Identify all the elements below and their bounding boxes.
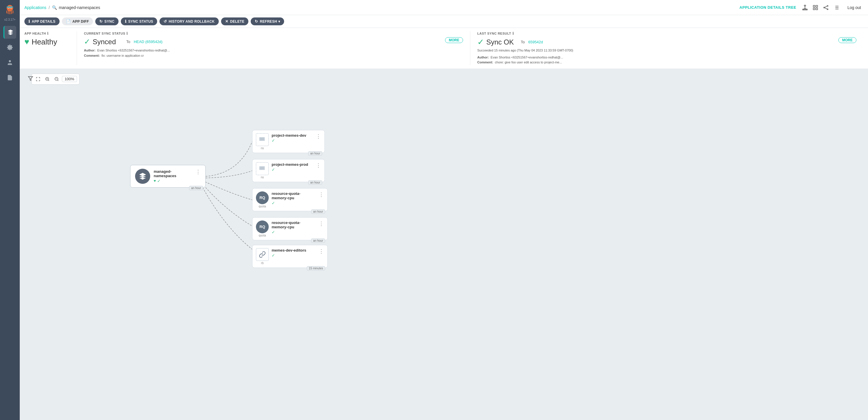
node-4-name: resource-quota-memory-cpu <box>272 221 316 229</box>
app-health-header: APP HEALTH ℹ <box>24 31 70 35</box>
current-sync-middle: ✓ Synced To HEAD (659542d) Author: Evan … <box>84 37 440 58</box>
svg-rect-12 <box>804 9 806 10</box>
node-rb-1: rb memes-dev-editors ✓ ⋮ 15 minutes <box>252 245 328 268</box>
svg-rect-17 <box>813 5 815 7</box>
node-project-memes-prod: ns project-memes-prod ✓ ⋮ an hour <box>252 159 325 182</box>
node-4-more[interactable]: ⋮ <box>319 221 324 227</box>
current-sync-status-row: ✓ Synced To HEAD (659542d) <box>84 37 440 46</box>
list-view-btn[interactable] <box>832 3 840 11</box>
app-details-button[interactable]: ℹ APP DETAILS <box>24 18 60 25</box>
grid-view-btn[interactable] <box>811 3 819 11</box>
sidebar-item-settings[interactable] <box>3 41 16 54</box>
last-sync-info-icon[interactable]: ℹ <box>513 31 514 35</box>
node-1-status: ✓ <box>272 138 313 143</box>
node-1-check: ✓ <box>272 138 275 143</box>
last-sync-details: Author: Evan Shortiss <63251567+evanshor… <box>477 55 834 65</box>
current-sync-comment: Comment: fix: username in application cr <box>84 53 440 58</box>
refresh-button[interactable]: ↻ REFRESH ▾ <box>251 18 284 25</box>
ns-icon-1 <box>256 133 269 146</box>
history-icon: ↺ <box>163 19 167 24</box>
graph-svg <box>20 69 868 420</box>
delete-button[interactable]: ✕ DELETE <box>221 18 248 25</box>
view-icons <box>801 3 840 11</box>
top-bar-right: APPLICATION DETAILS TREE <box>740 3 863 11</box>
node-2-more[interactable]: ⋮ <box>316 162 321 169</box>
last-sync-to-value[interactable]: 659542d <box>528 40 543 44</box>
node-view-btn[interactable] <box>822 3 830 11</box>
action-bar: ℹ APP DETAILS 📄 APP DIFF ↻ SYNC ℹ SYNC S… <box>20 15 868 28</box>
last-sync-comment: Comment: chore: give foo user edit acces… <box>477 60 834 65</box>
current-sync-section: CURRENT SYNC STATUS ℹ ✓ Synced To HEAD (… <box>77 31 470 65</box>
last-sync-more-btn[interactable]: MORE <box>838 37 857 43</box>
sidebar-item-docs[interactable] <box>3 71 16 84</box>
breadcrumb-applications-link[interactable]: Applications <box>24 5 46 10</box>
breadcrumb-separator: / <box>49 5 50 10</box>
app-diff-button[interactable]: 📄 APP DIFF <box>62 18 93 25</box>
sync-to-word: To <box>126 39 130 44</box>
sync-button[interactable]: ↻ SYNC <box>95 18 119 25</box>
node-project-memes-dev: ns project-memes-dev ✓ ⋮ an hour <box>252 130 325 153</box>
main-node: managed-namespaces ♥ ✓ ⋮ an hour <box>130 165 206 188</box>
svg-rect-10 <box>804 5 806 6</box>
app-health-section: APP HEALTH ℹ ♥ Healthy <box>24 31 77 65</box>
last-sync-status-text: Sync OK <box>486 38 514 46</box>
sync-info-icon[interactable]: ℹ <box>126 31 128 35</box>
history-button[interactable]: ↺ HISTORY AND ROLLBACK <box>159 18 218 25</box>
sync-to-value[interactable]: HEAD (659542d) <box>134 39 162 44</box>
sync-status-text: Synced <box>93 38 116 46</box>
sidebar-item-layers[interactable] <box>3 26 16 39</box>
main-node-icon <box>135 169 150 184</box>
breadcrumb-current: 🔍 managed-namespaces <box>52 5 100 10</box>
diff-icon: 📄 <box>66 19 70 24</box>
tree-view-btn[interactable] <box>801 3 809 11</box>
top-bar: Applications / 🔍 managed-namespaces APPL… <box>20 0 868 15</box>
last-sync-section: LAST SYNC RESULT ℹ ✓ Sync OK To 659542d … <box>470 31 863 65</box>
info-icon-2: ℹ <box>125 19 126 24</box>
sync-to-label <box>123 39 124 44</box>
main-node-heart: ♥ <box>154 178 156 183</box>
main-node-check: ✓ <box>157 178 161 183</box>
search-icon: 🔍 <box>52 5 57 10</box>
node-5-check: ✓ <box>272 253 275 258</box>
svg-point-23 <box>827 9 828 9</box>
svg-point-1 <box>7 5 13 11</box>
sidebar: v2.3.17+ <box>0 0 20 420</box>
app-details-title: APPLICATION DETAILS TREE <box>740 5 797 9</box>
current-sync-more-btn[interactable]: MORE <box>445 37 463 43</box>
node-rq-2: RQ quota resource-quota-memory-cpu ✓ ⋮ a… <box>252 217 328 240</box>
last-sync-to-word: To <box>521 40 525 44</box>
node-3-status: ✓ <box>272 201 316 205</box>
sync-status-button[interactable]: ℹ SYNC STATUS <box>121 18 157 25</box>
current-sync-header: CURRENT SYNC STATUS ℹ <box>84 31 463 35</box>
breadcrumb-app-name: managed-namespaces <box>59 5 100 10</box>
zoom-out-btn[interactable] <box>53 75 61 83</box>
health-info-icon[interactable]: ℹ <box>47 31 49 35</box>
rq-icon-col-1: RQ quota <box>256 191 269 208</box>
filter-button[interactable] <box>24 74 37 85</box>
quota-label-1: quota <box>258 205 266 208</box>
node-5-name: memes-dev-editors <box>272 248 316 252</box>
last-sync-status-row: ✓ Sync OK To 659542d <box>477 37 834 47</box>
main-node-name: managed-namespaces <box>154 169 192 178</box>
sidebar-item-user[interactable] <box>3 56 16 69</box>
zoom-level: 100% <box>62 76 77 82</box>
node-1-name: project-memes-dev <box>272 133 313 138</box>
refresh-icon: ↻ <box>255 19 258 24</box>
zoom-in-btn[interactable] <box>43 75 52 83</box>
info-icon: ℹ <box>28 19 30 24</box>
node-1-more[interactable]: ⋮ <box>316 133 321 140</box>
svg-rect-6 <box>6 6 13 7</box>
node-3-more[interactable]: ⋮ <box>319 191 324 198</box>
svg-rect-19 <box>813 8 815 9</box>
health-status-text: Healthy <box>32 37 57 47</box>
main-node-more[interactable]: ⋮ <box>195 169 201 175</box>
health-heart-icon: ♥ <box>24 37 29 47</box>
node-2-name: project-memes-prod <box>272 162 313 167</box>
canvas-toolbar: 100% <box>31 74 80 85</box>
svg-line-25 <box>825 7 827 9</box>
logout-button[interactable]: Log out <box>845 4 863 11</box>
node-3-name: resource-quota-memory-cpu <box>272 191 316 200</box>
node-5-more[interactable]: ⋮ <box>319 248 324 254</box>
version-label: v2.3.17+ <box>4 18 16 21</box>
canvas-area: 100% <box>20 69 868 420</box>
